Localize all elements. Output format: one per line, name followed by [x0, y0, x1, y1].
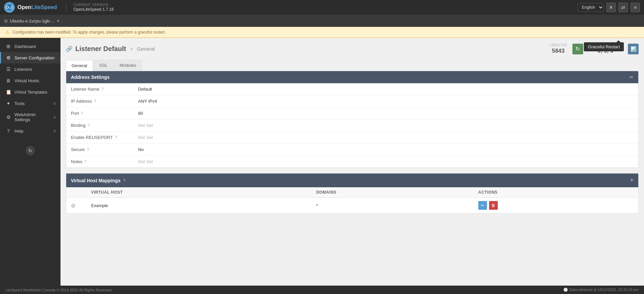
config-row-listener-name: Listener Name ? Default — [66, 83, 638, 95]
port-value: 80 — [133, 107, 638, 119]
config-row-binding: Binding ? Not Set — [66, 119, 638, 132]
version-label: CURRENT VERSION: — [73, 3, 114, 7]
tab-general[interactable]: General — [66, 60, 93, 71]
sidebar-item-tools[interactable]: ✦ Tools ⊞ — [0, 98, 61, 109]
vhost-templates-icon: 📋 — [6, 89, 11, 95]
lsws-pid-block: LSWS PID 5843 — [550, 43, 567, 54]
notes-value: Not Set — [133, 156, 638, 167]
sidebar-item-label: Server Configuration — [14, 55, 56, 60]
main-layout: ⊞ Dashboard ⚙ Server Configuration ☰ Lis… — [0, 38, 644, 286]
ip-address-value: ANY IPv4 — [133, 95, 638, 107]
ip-address-help-icon[interactable]: ? — [94, 99, 96, 104]
sidebar-item-help[interactable]: ? Help ⊞ — [0, 125, 61, 137]
close-window-button[interactable]: ✕ — [606, 3, 616, 12]
tools-icon: ✦ — [6, 101, 11, 106]
vhost-name-value: Example — [91, 203, 108, 208]
notes-help-icon[interactable]: ? — [84, 159, 87, 164]
tab-modules-label: Modules — [120, 63, 136, 68]
breadcrumb-icon: 🔗 — [66, 46, 73, 52]
virtual-host-mappings-title: Virtual Host Mappings ? — [71, 178, 126, 183]
alert-message: Configuration has been modified. To appl… — [12, 30, 166, 35]
binding-label: Binding ? — [66, 119, 133, 131]
virtual-host-mappings-card: Virtual Host Mappings ? + Virtual Host D… — [66, 173, 639, 213]
help-icon: ? — [6, 128, 11, 134]
secure-help-icon[interactable]: ? — [87, 147, 89, 152]
breadcrumb-separator: > — [130, 46, 133, 52]
listeners-icon: ☰ — [6, 66, 11, 72]
binding-value: Not Set — [133, 119, 638, 131]
vhost-actions-cell: ✏ 🗑 — [474, 198, 638, 213]
sidebar-item-label: Listeners — [14, 67, 56, 72]
config-row-reuseport: Enable REUSEPORT ? Not Set — [66, 132, 638, 144]
config-row-port: Port ? 80 — [66, 107, 638, 119]
sidebar-item-webadmin-settings[interactable]: ⚙ WebAdmin Settings ⊞ — [0, 109, 61, 125]
listener-name-label: Listener Name ? — [66, 83, 133, 95]
port-help-icon[interactable]: ? — [81, 111, 83, 116]
sidebar-item-label: Dashboard — [14, 44, 56, 49]
language-select[interactable]: English — [577, 3, 604, 12]
lsws-pid-label: LSWS PID — [550, 43, 567, 47]
top-bar: OLS OpenLiteSpeed CURRENT VERSION: OpenL… — [0, 0, 644, 15]
notes-label: Notes ? — [66, 156, 133, 167]
server-icon: ⊙ — [4, 18, 8, 23]
dashboard-icon: ⊞ — [6, 44, 11, 49]
version-value: OpenLiteSpeed 1.7.16 — [73, 7, 114, 12]
sidebar-item-dashboard[interactable]: ⊞ Dashboard — [0, 41, 61, 52]
vhost-mappings-table: Virtual Host Domains Actions ⊘ Example — [66, 187, 638, 213]
sidebar-item-label: WebAdmin Settings — [14, 112, 50, 122]
sidebar-item-server-config[interactable]: ⚙ Server Configuration — [0, 52, 61, 63]
reuseport-text: Enable REUSEPORT — [71, 135, 113, 140]
vhost-name-cell: Example — [86, 198, 312, 213]
sidebar-item-label: Virtual Hosts — [14, 78, 56, 83]
sidebar-item-label: Tools — [14, 101, 50, 106]
webadmin-expand-icon: ⊞ — [53, 115, 56, 119]
server-name-dropdown[interactable]: ⊙ Ubuntu-s-1vcpu-1gb-... ▼ — [4, 18, 60, 23]
config-row-notes: Notes ? Not Set — [66, 156, 638, 167]
edit-vhost-mapping-button[interactable]: ✏ — [478, 201, 487, 210]
vhost-col-actions: Actions — [474, 187, 638, 198]
vhost-row-icon: ⊘ — [71, 203, 75, 208]
graceful-restart-tooltip: Graceful Restart — [584, 42, 624, 51]
listener-name-help-icon[interactable]: ? — [102, 87, 104, 92]
page-title: Listener Default — [75, 45, 126, 53]
vhost-row-icon-cell: ⊘ — [66, 198, 86, 213]
tools-expand-icon: ⊞ — [53, 102, 56, 105]
tab-ssl-label: SSL — [99, 63, 108, 68]
add-vhost-mapping-button[interactable]: + — [630, 177, 634, 184]
address-settings-edit-button[interactable]: ✏ — [630, 75, 634, 80]
reuseport-label: Enable REUSEPORT ? — [66, 132, 133, 143]
delete-vhost-mapping-button[interactable]: 🗑 — [489, 201, 498, 210]
vhost-table-body: ⊘ Example * ✏ 🗑 — [66, 198, 638, 213]
vhm-help-icon[interactable]: ? — [123, 178, 126, 183]
server-name-label: Ubuntu-s-1vcpu-1gb-... — [10, 18, 54, 23]
version-area: CURRENT VERSION: OpenLiteSpeed 1.7.16 — [66, 3, 114, 12]
vhost-domains-cell: * — [312, 198, 474, 213]
data-retrieved-text: Data retrieved at 14/12/2023, 23:15:29 p… — [569, 288, 639, 292]
top-bar-right: English ✕ ⇄ ≡ — [577, 3, 640, 12]
reuseport-value: Not Set — [133, 132, 638, 143]
vhost-col-domains: Domains — [312, 187, 474, 198]
fork-icon-button[interactable]: ⇄ — [618, 3, 628, 12]
webadmin-icon: ⚙ — [6, 114, 11, 120]
port-label: Port ? — [66, 107, 133, 119]
listener-name-text: Listener Name — [71, 87, 99, 92]
page-header: 🔗 Listener Default > General LSWS PID 58… — [66, 43, 639, 54]
sidebar-item-listeners[interactable]: ☰ Listeners — [0, 63, 61, 75]
graceful-restart-button[interactable]: ↻ — [572, 44, 583, 54]
chart-button[interactable]: 📊 — [628, 44, 639, 54]
binding-help-icon[interactable]: ? — [87, 123, 90, 128]
reuseport-help-icon[interactable]: ? — [115, 135, 117, 140]
address-settings-card: Address Settings ✏ Listener Name ? Defau… — [66, 71, 639, 168]
tab-modules[interactable]: Modules — [114, 60, 142, 71]
sidebar-item-vhost-templates[interactable]: 📋 VHost Templates — [0, 86, 61, 98]
menu-icon-button[interactable]: ≡ — [631, 3, 640, 12]
refresh-button[interactable]: ↻ — [26, 146, 35, 155]
tab-ssl[interactable]: SSL — [93, 60, 113, 71]
tooltip-text: Graceful Restart — [588, 44, 620, 49]
alert-bar: ⚠ Configuration has been modified. To ap… — [0, 27, 644, 38]
tab-general-label: General — [72, 63, 87, 68]
footer: LiteSpeed WebAdmin Console © 2014-2022 A… — [0, 286, 644, 294]
sidebar-item-virtual-hosts[interactable]: 🖥 Virtual Hosts — [0, 75, 61, 86]
vhost-table-header: Virtual Host Domains Actions — [66, 187, 638, 198]
vhost-col-virtual-host: Virtual Host — [86, 187, 312, 198]
